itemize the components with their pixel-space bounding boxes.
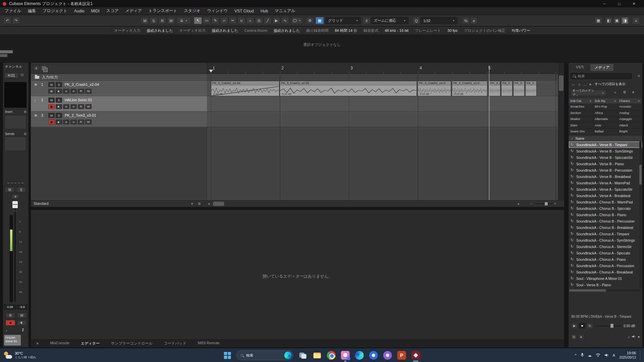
edit-channel-button[interactable]: e	[63, 89, 69, 94]
taskbar-search-input[interactable]: 検索	[236, 350, 293, 360]
powerpoint-icon[interactable]	[397, 351, 406, 360]
lower-zone-tab[interactable]: サンプラーコントロール	[111, 341, 152, 346]
channel-solo-button[interactable]: S	[16, 187, 26, 192]
channel-settings-icon[interactable]: ⊡	[20, 73, 23, 77]
media-result-row[interactable]: ↻ SoundtrackA - Verse A - Breakbeat	[569, 192, 642, 199]
volume-icon[interactable]	[604, 353, 609, 358]
filter-item[interactable]: Bright	[618, 129, 642, 135]
horizontal-scroll-thumb[interactable]	[213, 202, 224, 206]
track-mute-button[interactable]: M	[48, 82, 55, 87]
monitor-button[interactable]	[56, 89, 62, 94]
record-enable-button[interactable]	[48, 120, 55, 124]
redo-button[interactable]: ↷	[12, 17, 20, 24]
results-scrollbar[interactable]	[639, 141, 642, 288]
window-layout-icon[interactable]: ▦	[594, 17, 602, 24]
menu-item[interactable]: VST Cloud	[231, 9, 257, 13]
menu-item[interactable]: マニュアル	[271, 8, 299, 14]
audio-event[interactable]: PK_3_Crash1_v2	[489, 81, 500, 96]
snap-type-dropdown[interactable]: グリッド▼	[325, 17, 361, 24]
timeline-lanes[interactable]: PK_3_Crash1_v2-04 -2.93 dB PK_3_Crash1_v…	[207, 74, 558, 200]
filter-item[interactable]: Africa	[593, 110, 618, 117]
lower-zone-tab[interactable]: エディター	[81, 341, 100, 346]
filter-item[interactable]: Asia	[593, 123, 618, 129]
d-button[interactable]: D	[571, 334, 577, 340]
collapse-sections-icon[interactable]: «	[614, 90, 616, 94]
lower-zone-tab[interactable]: MIDI Remote	[198, 341, 220, 346]
channel-name-label[interactable]: HALion Sonic 01	[4, 335, 21, 346]
media-result-row[interactable]: ↻ Soul - Vibraphone A Minor 01	[569, 275, 642, 282]
automation-state-button[interactable]: S	[150, 17, 158, 24]
iterative-quantize-button[interactable]: %	[462, 17, 470, 24]
track-solo-button[interactable]: S	[56, 113, 62, 118]
zoom-tool[interactable]: ◎	[255, 17, 263, 24]
zoom-out-icon[interactable]: −	[530, 202, 532, 205]
line-tool[interactable]: ╱	[264, 17, 272, 24]
snap-settings-icon[interactable]: ⚙	[306, 17, 314, 24]
track-options-icon[interactable]: ∞	[70, 104, 77, 109]
preview-stop-button[interactable]: ■	[579, 323, 585, 329]
record-enable-button[interactable]	[6, 320, 15, 325]
fader-track[interactable]	[14, 208, 16, 302]
media-result-row[interactable]: ↻ SoundtrackA - Chorus A - Piano	[569, 256, 642, 262]
range-selection-tool[interactable]: ▭	[203, 17, 211, 24]
menu-item[interactable]: Hub	[257, 9, 271, 13]
tray-overflow-icon[interactable]: ^	[575, 353, 576, 357]
file-explorer-icon[interactable]	[313, 351, 322, 360]
menu-item[interactable]: プロジェクト	[39, 8, 71, 14]
edit-channel-button[interactable]: e	[12, 194, 19, 199]
monitor-button[interactable]	[56, 120, 62, 124]
timeline-ruler[interactable]: 12345	[207, 63, 558, 74]
media-result-row[interactable]: ↻ SoundtrackA - Verse B - Timpani	[569, 141, 642, 148]
weather-widget[interactable]: 30°C くもり時々晴れ	[3, 348, 36, 362]
monitor-button[interactable]	[17, 320, 26, 325]
write-automation-button[interactable]: W	[85, 120, 92, 124]
media-result-row[interactable]: ↻ SoundtrackA - Verse B - Piano	[569, 161, 642, 167]
audio-event[interactable]: PK_3_Crash1_v2-0 -9.34 dB	[418, 81, 451, 96]
menu-item[interactable]: ウィンドウ	[204, 8, 231, 14]
media-result-row[interactable]: ↻ SoundtrackA - Verse A - WarmPad	[569, 180, 642, 186]
track-options-icon[interactable]: ∞	[70, 89, 77, 94]
blue-app-icon[interactable]	[369, 351, 378, 360]
cloud-icon[interactable]: ☁	[588, 353, 592, 358]
track-row[interactable]: ≋ ♩ 2 M S HALion Sonic 01 e ∞ R W	[31, 96, 207, 112]
track-visibility-icon[interactable]	[42, 66, 46, 70]
clip-studio-icon[interactable]	[341, 351, 350, 360]
media-result-row[interactable]: ↻ SoundtrackA - Verse B - SymStrings	[569, 148, 642, 154]
edit-channel-button[interactable]: e	[63, 120, 69, 124]
object-selection-tool[interactable]: ↖	[194, 17, 202, 24]
track-solo-button[interactable]: S	[56, 82, 62, 87]
edit-channel-button[interactable]: e	[63, 104, 69, 109]
headphone-icon[interactable]	[632, 335, 636, 339]
media-result-row[interactable]: ↻ SoundtrackA - Chorus A - Percussion	[569, 262, 642, 269]
filter-item[interactable]: Alternativ	[593, 116, 618, 123]
filter-item[interactable]: Section	[569, 110, 593, 117]
channel-mute-button[interactable]: M	[5, 187, 14, 192]
quantize-preset-dropdown[interactable]: 1/32▼	[421, 17, 458, 24]
inserts-bypass-icon[interactable]: ⊕	[24, 110, 26, 114]
preview-volume-thumb[interactable]	[610, 324, 613, 328]
right-zone-tab[interactable]: VSTi	[572, 64, 588, 71]
preview-volume-slider[interactable]	[596, 323, 621, 328]
right-zone-tab[interactable]: メディア	[590, 64, 613, 71]
music-note-icon[interactable]: ♪	[628, 335, 630, 339]
play-tool[interactable]: ▶	[272, 17, 280, 24]
glue-tool[interactable]: ∪	[237, 17, 246, 24]
media-result-row[interactable]: ↻ SoundtrackA - Chorus B - Spiccato	[569, 205, 642, 212]
read-automation-button[interactable]: R	[78, 89, 84, 94]
media-type-dropdown[interactable]: すべてのメディア...▼	[571, 90, 606, 96]
left-zone-handle[interactable]	[0, 50, 13, 57]
menu-item[interactable]: ファイル	[1, 8, 24, 14]
read-automation-button[interactable]: R	[78, 104, 84, 109]
mute-tool[interactable]: ×	[246, 17, 254, 24]
chrome-icon[interactable]	[327, 351, 336, 360]
breadcrumb-dots[interactable]: ...	[584, 82, 587, 86]
media-result-row[interactable]: ↻ SoundtrackA - Verse B - Breakbeat	[569, 173, 642, 180]
add-track-button[interactable]: +	[33, 65, 39, 71]
menu-item[interactable]: 編集	[24, 8, 39, 14]
audio-event[interactable]: PK_3_Crash1_v2-05 -9.34 dB	[280, 81, 417, 96]
track-controls-preset[interactable]: Standard	[34, 201, 49, 205]
breadcrumb[interactable]: すべての項目を表示	[595, 82, 625, 86]
back-icon[interactable]: ←	[572, 82, 575, 86]
filter-item[interactable]: 80's Pop	[593, 104, 618, 110]
fader-handle[interactable]	[12, 201, 18, 208]
